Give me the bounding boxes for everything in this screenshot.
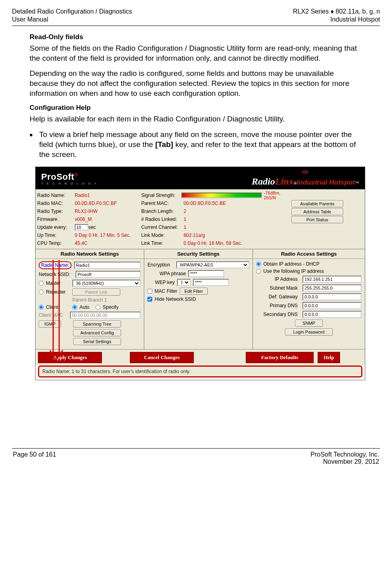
lbl-curchan: Current Channel:: [141, 224, 183, 230]
gateway-input[interactable]: [302, 293, 362, 300]
ip-input[interactable]: [302, 276, 362, 283]
hidessid-checkbox[interactable]: [147, 297, 152, 302]
prosoft-logo: ProSoft® T E C H N O L O G Y: [41, 172, 98, 185]
security-section: Security Settings EncryptionWPA/WPA2-AES…: [144, 249, 253, 349]
radiolinx-ih: Industrial Hotspot: [297, 179, 355, 186]
channel-select[interactable]: 36 (5180MHz): [72, 280, 141, 287]
dhcp-radio[interactable]: [256, 262, 261, 266]
footer-date: November 29, 2012: [323, 458, 379, 465]
macfilter-checkbox[interactable]: [147, 289, 152, 294]
val-curchan: 1: [183, 224, 186, 230]
help-strip: Radio Name: 1 to 31 characters. For user…: [38, 366, 362, 377]
mask-label: Subnet Mask: [256, 285, 300, 291]
parent-branch-label: Parent Branch 1: [72, 297, 107, 303]
dns1-label: Primary DNS: [256, 303, 300, 308]
staticip-label: Use the following IP address: [263, 268, 324, 274]
encryption-select[interactable]: WPA/WPA2-AES: [176, 261, 249, 268]
lbl-radiotype: Radio Type:: [37, 209, 75, 214]
dns2-input[interactable]: [302, 311, 362, 318]
auto-radio[interactable]: [72, 305, 77, 310]
help-button[interactable]: Help: [318, 352, 340, 363]
config-screenshot: ProSoft® T E C H N O L O G Y RadioLinx®I…: [35, 167, 365, 380]
available-parents-button[interactable]: Available Parents: [291, 200, 343, 207]
heading-confighelp: Configuration Help: [30, 104, 362, 112]
lbl-linked: # Radios Linked:: [141, 217, 183, 222]
dhcp-label: Obtain IP address - DHCP: [263, 261, 320, 267]
radio-name-input[interactable]: [74, 262, 141, 269]
lbl-radiomac: Radio MAC:: [37, 201, 75, 206]
val-cputemp: 45.4C: [75, 240, 88, 246]
master-radio[interactable]: [39, 281, 44, 286]
info-col-right: Available Parents Address Table Port Sta…: [291, 191, 363, 247]
login-password-button[interactable]: Login Password: [285, 328, 333, 336]
wpa-label: WPA phrase: [147, 271, 186, 276]
access-section: Radio Access Settings Obtain IP address …: [253, 249, 365, 349]
edit-filter-button[interactable]: Edit Filter: [180, 288, 208, 295]
radiolinx-logo: RadioLinx®Industrial Hotspot™: [252, 169, 359, 187]
dns1-input[interactable]: [302, 302, 362, 309]
val-firmware: v006_M: [75, 217, 92, 222]
radiolinx-tm: ™: [355, 181, 359, 185]
lbl-cputemp: CPU Temp:: [37, 240, 75, 246]
lbl-signal: Signal Strength:: [141, 193, 180, 198]
lbl-branch: Branch Length:: [141, 209, 183, 214]
dns2-label: Secondary DNS: [256, 312, 300, 317]
header-right-top: RLX2 Series ♦ 802.11a, b, g, n: [293, 8, 380, 15]
wep-label: WEP key: [147, 280, 175, 285]
address-table-button[interactable]: Address Table: [291, 208, 343, 215]
igmp-button[interactable]: IGMP: [39, 320, 61, 328]
serial-settings-button[interactable]: Serial Settings: [73, 338, 121, 345]
mask-input[interactable]: [302, 284, 362, 292]
action-bar: Apply Changes Cancel Changes Factory Def…: [36, 349, 365, 366]
security-header: Security Settings: [144, 249, 253, 259]
access-header: Radio Access Settings: [253, 249, 365, 259]
val-parentmac: 00.0D.8D.F0.5C.BE: [183, 201, 226, 206]
factory-defaults-button[interactable]: Factory Defaults: [246, 352, 314, 363]
para-readonly-2: Depending on the way the radio is config…: [30, 69, 362, 98]
radio-name-label-highlighted[interactable]: Radio Name:: [39, 261, 72, 269]
footer-company: ProSoft Technology, Inc.: [310, 451, 379, 458]
val-radiomac: 00.0D.8D.F0.5C.BF: [75, 201, 117, 206]
lbl-linktime: Link Time:: [141, 240, 183, 246]
repeater-radio[interactable]: [39, 290, 44, 294]
update-input[interactable]: [75, 224, 88, 230]
val-radiotype: RLX2-IHW: [75, 209, 98, 214]
prosoft-name: ProSoft: [41, 172, 74, 182]
spanning-tree-button[interactable]: Spanning Tree: [73, 320, 121, 328]
val-linkmode: 802.11a/g: [183, 232, 205, 238]
specify-radio[interactable]: [96, 305, 100, 310]
advanced-config-button[interactable]: Advanced Config: [73, 329, 121, 336]
radio-network-header: Radio Network Settings: [36, 249, 144, 259]
radiolinx-sup: ®: [294, 181, 296, 185]
signal-text: -76dBm, 25S/N: [264, 191, 291, 200]
header-divider: [12, 26, 380, 26]
snmp-button[interactable]: SNMP: [295, 320, 323, 327]
cancel-changes-button[interactable]: Cancel Changes: [130, 352, 194, 363]
apply-changes-button[interactable]: Apply Changes: [38, 352, 102, 363]
val-radioname: Radio1: [75, 193, 90, 198]
val-linked: 1: [183, 217, 186, 222]
para-confighelp: Help is available for each item in the R…: [30, 114, 362, 124]
info-col-left: Radio Name:Radio1 Radio MAC:00.0D.8D.F0.…: [37, 191, 141, 247]
branding-bar: ProSoft® T E C H N O L O G Y RadioLinx®I…: [36, 167, 365, 189]
hidessid-label: Hide Network SSID: [155, 296, 196, 302]
prosoft-tagline: T E C H N O L O G Y: [41, 182, 98, 185]
val-branch: 2: [183, 209, 186, 214]
macfilter-label: MAC Filter: [155, 288, 177, 294]
header-left-top: Detailed Radio Configuration / Diagnosti…: [12, 8, 132, 15]
lbl-radioname: Radio Name:: [37, 193, 75, 198]
client-label: Client: [46, 304, 70, 310]
client-radio[interactable]: [39, 305, 44, 310]
val-linktime: 0 Day 0 Hr. 16 Min. 59 Sec.: [183, 240, 242, 246]
footer-page: Page 50 of 161: [13, 451, 56, 458]
bullet-confighelp: To view a brief help message about any f…: [39, 130, 362, 159]
ssid-input[interactable]: [76, 271, 141, 278]
port-status-button[interactable]: Port Status: [291, 216, 343, 223]
wep-input[interactable]: [193, 279, 229, 286]
heading-readonly: Read-Only fields: [30, 33, 362, 41]
wpa-input[interactable]: [188, 270, 224, 277]
staticip-radio[interactable]: [256, 269, 261, 274]
parent-link-button: Parent Link: [72, 288, 120, 296]
encryption-label: Encryption: [147, 262, 174, 268]
wep-select[interactable]: 1: [177, 279, 191, 286]
